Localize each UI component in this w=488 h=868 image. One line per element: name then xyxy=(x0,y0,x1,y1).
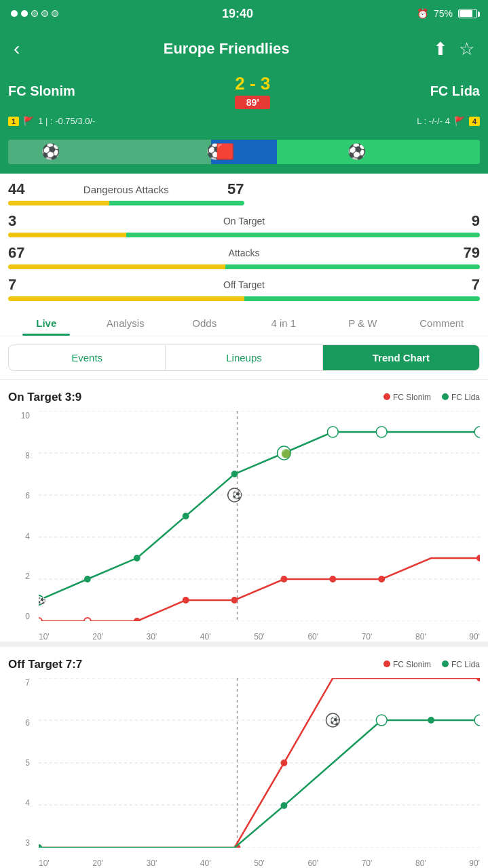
clock: 19:40 xyxy=(222,7,253,21)
legend-green-dot: FC Lida xyxy=(442,393,480,402)
svg-text:⚽: ⚽ xyxy=(232,490,242,500)
stat-off-target-row: 7 Off Target 7 xyxy=(8,276,480,301)
chart2-y-axis: 3 4 5 6 7 xyxy=(8,678,34,848)
x2-70: 70' xyxy=(362,859,373,868)
tab-4in1[interactable]: 4 in 1 xyxy=(244,308,324,336)
sub-tab-events[interactable]: Events xyxy=(8,344,165,371)
chart2-title: Off Target 7:7 xyxy=(8,658,82,671)
svg-text:⚽: ⚽ xyxy=(39,596,46,605)
ball-bar-section: ⚽ ⚽ 🟥 ⚽ xyxy=(0,134,488,174)
x-70: 70' xyxy=(362,632,373,642)
svg-point-19 xyxy=(134,555,140,561)
dot1 xyxy=(11,10,18,17)
chart2-svg: ⚽ xyxy=(39,678,480,848)
sub-tab-lineups[interactable]: Lineups xyxy=(165,344,322,371)
stat-off-right: 7 xyxy=(472,276,480,294)
bar-off-right xyxy=(244,296,481,301)
svg-point-11 xyxy=(231,597,238,604)
legend2-green: FC Lida xyxy=(442,660,480,669)
stat-attacks-left: 67 xyxy=(8,244,24,262)
x-90: 90' xyxy=(469,632,480,642)
chart1-area: 0 2 4 6 8 10 xyxy=(8,411,480,642)
bar-attacks-left xyxy=(8,264,225,269)
battery-icon xyxy=(458,9,477,18)
svg-point-12 xyxy=(281,576,288,583)
svg-point-42 xyxy=(281,802,288,809)
y0: 0 xyxy=(8,612,30,621)
dot2 xyxy=(21,10,28,17)
team-left-details: 1 🚩 1 | : -0.75/3.0/- xyxy=(8,116,95,126)
x2-40: 40' xyxy=(200,859,211,868)
header-actions: ⬆ ☆ xyxy=(433,39,474,60)
chart1-title-row: On Target 3:9 FC Slonim FC Lida xyxy=(8,391,480,404)
x-10: 10' xyxy=(39,632,50,642)
rank-badge-right: 4 xyxy=(469,117,480,126)
chart1-svg: ⚽ ⚽ 🟢 xyxy=(39,411,480,621)
y6: 6 xyxy=(8,491,30,500)
x2-90: 90' xyxy=(469,859,480,868)
x-30: 30' xyxy=(147,632,157,642)
stat-attacks-right: 79 xyxy=(464,244,480,262)
y21: 4 xyxy=(8,798,30,808)
bar-left xyxy=(8,201,109,205)
stat-label: Dangerous Attacks xyxy=(24,184,227,195)
match-time: 89' xyxy=(235,96,270,109)
stat-on-target-right: 9 xyxy=(472,212,480,230)
stat-left-num: 44 xyxy=(8,180,24,198)
svg-point-7 xyxy=(39,618,42,621)
stat-right-num: 57 xyxy=(227,180,244,198)
tab-pw[interactable]: P & W xyxy=(323,308,402,336)
team-details-row: 1 🚩 1 | : -0.75/3.0/- L : -/-/- 4 🚩 4 xyxy=(8,116,480,126)
team-right-name: FC Lida xyxy=(430,83,480,99)
ball-right: ⚽ xyxy=(348,143,366,161)
y23: 6 xyxy=(8,718,30,728)
stats-two-col: 3 On Target 9 xyxy=(8,212,480,237)
tab-odds[interactable]: Odds xyxy=(165,308,244,336)
stat-bar-attacks xyxy=(8,264,480,269)
stat-off-target-nums: 7 Off Target 7 xyxy=(8,276,480,294)
bar-right xyxy=(109,201,244,205)
y4: 4 xyxy=(8,532,30,541)
tab-live[interactable]: Live xyxy=(7,308,86,336)
legend2-red: FC Slonim xyxy=(383,660,431,669)
back-button[interactable]: ‹ xyxy=(14,38,20,60)
y10: 10 xyxy=(8,411,30,420)
header: ‹ Europe Friendlies ⬆ ☆ xyxy=(0,27,488,71)
share-icon[interactable]: ⬆ xyxy=(433,39,448,60)
x-60: 60' xyxy=(307,632,318,642)
legend-red-dot: FC Slonim xyxy=(383,393,431,402)
svg-point-43 xyxy=(376,715,387,726)
card-center: 🟥 xyxy=(216,143,234,161)
y22: 5 xyxy=(8,758,30,768)
tab-comment[interactable]: Comment xyxy=(402,308,482,336)
match-section: FC Slonim 2 - 3 89' FC Lida 1 🚩 1 | : -0… xyxy=(0,71,488,134)
x-80: 80' xyxy=(415,632,426,642)
tab-analysis[interactable]: Analysis xyxy=(86,308,166,336)
signal-dots xyxy=(11,10,58,17)
match-teams-row: FC Slonim 2 - 3 89' FC Lida xyxy=(8,71,480,112)
svg-point-41 xyxy=(39,844,42,848)
score: 2 - 3 xyxy=(235,73,270,94)
svg-point-27 xyxy=(376,427,387,437)
stat-bar-dangerous xyxy=(8,201,244,205)
status-right: ⏰ 75% xyxy=(417,8,477,19)
team-right-details: L : -/-/- 4 🚩 4 xyxy=(417,116,480,126)
battery-pct: 75% xyxy=(434,8,453,19)
star-icon[interactable]: ☆ xyxy=(459,39,474,60)
stat-on-target-label: On Target xyxy=(223,216,265,226)
bar-attacks-right xyxy=(225,264,480,269)
x-40: 40' xyxy=(200,632,211,642)
dot5 xyxy=(52,10,58,17)
sub-tab-trend[interactable]: Trend Chart xyxy=(323,344,480,371)
x2-60: 60' xyxy=(307,859,318,868)
dot3 xyxy=(31,10,38,17)
svg-point-13 xyxy=(329,576,336,583)
dot4 xyxy=(41,10,48,17)
y2: 2 xyxy=(8,572,30,581)
svg-text:🟢: 🟢 xyxy=(281,448,291,458)
left-odds: 1 | : -0.75/3.0/- xyxy=(38,116,95,126)
svg-point-18 xyxy=(84,576,91,583)
sub-tabs: Events Lineups Trend Chart xyxy=(0,336,488,380)
stat-on-target-nums: 3 On Target 9 xyxy=(8,212,480,230)
svg-point-26 xyxy=(327,427,338,437)
